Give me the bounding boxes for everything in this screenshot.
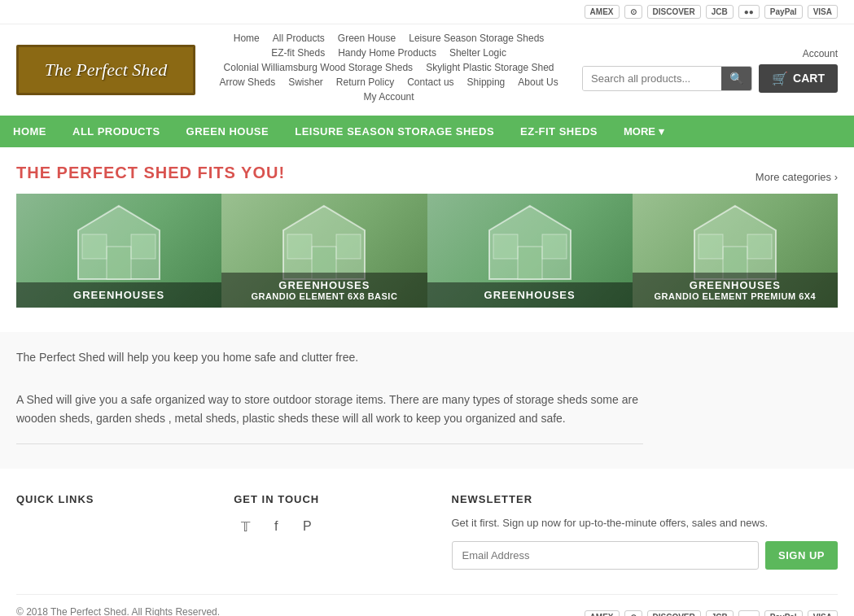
hero-grid: GREENHOUSES GREENHOUSES GRANDIO ELEMENT … [16, 194, 838, 308]
hero-header-row: THE PERFECT SHED FITS YOU! More categori… [16, 164, 838, 194]
greenhouse-svg-2 [242, 202, 406, 283]
hero-card-2-overlay: GREENHOUSES GRANDIO ELEMENT 6X8 BASIC [221, 273, 427, 308]
hero-card-1[interactable]: GREENHOUSES [16, 194, 221, 308]
nav-handy[interactable]: Handy Home Products [338, 47, 436, 59]
main-nav-home[interactable]: HOME [0, 116, 59, 147]
hero-card-4-title: GREENHOUSES [639, 279, 831, 291]
facebook-icon[interactable]: f [265, 515, 287, 538]
account-link[interactable]: Account [803, 48, 838, 59]
logo-box[interactable]: The Perfect Shed [16, 45, 195, 96]
newsletter-form: SIGN UP [452, 541, 839, 570]
more-categories-link[interactable]: More categories › [755, 171, 838, 183]
hero-card-4-overlay: GREENHOUSES GRANDIO ELEMENT PREMIUM 6X4 [633, 273, 838, 308]
footer-bottom: © 2018 The Perfect Shed. All Rights Rese… [16, 594, 838, 616]
footer-cols: QUICK LINKS GET IN TOUCH 𝕋 f P NEWSLETTE… [16, 493, 838, 570]
footer-newsletter: NEWSLETTER Get it first. Sign up now for… [452, 493, 839, 570]
content-section: The Perfect Shed will help you keep you … [0, 332, 854, 469]
pinterest-icon[interactable]: P [296, 515, 318, 538]
hero-card-3-title: GREENHOUSES [434, 289, 626, 301]
nav-skylight[interactable]: Skylight Plastic Storage Shed [426, 62, 554, 73]
footer: QUICK LINKS GET IN TOUCH 𝕋 f P NEWSLETTE… [0, 469, 854, 616]
cart-label: CART [793, 72, 825, 85]
main-nav-allproducts[interactable]: ALL PRODUCTS [59, 116, 173, 147]
hero-title: THE PERFECT SHED FITS YOU! [16, 164, 838, 182]
diners-icon: ⊙ [624, 5, 642, 19]
logo-text: The Perfect Shed [35, 59, 177, 82]
nav-contact[interactable]: Contact us [407, 76, 453, 88]
content-description: A Shed will give you a safe organized wa… [16, 391, 643, 444]
nav-leisure[interactable]: Leisure Season Storage Sheds [409, 33, 544, 44]
svg-rect-3 [131, 234, 155, 259]
nav-myaccount[interactable]: My Account [364, 91, 414, 103]
hero-card-1-overlay: GREENHOUSES [16, 282, 221, 308]
svg-rect-9 [518, 247, 542, 279]
logo-wrap: The Perfect Shed [16, 45, 195, 96]
greenhouse-svg-3 [448, 202, 612, 283]
footer-diners-icon: ⊙ [624, 610, 642, 616]
footer-jcb-icon: JCB [706, 610, 734, 616]
more-label: MORE [624, 125, 655, 138]
footer-get-in-touch: GET IN TOUCH 𝕋 f P [234, 493, 427, 570]
svg-rect-14 [699, 234, 723, 259]
get-in-touch-title: GET IN TOUCH [234, 493, 427, 505]
hero-section: THE PERFECT SHED FITS YOU! More categori… [0, 147, 854, 324]
hero-card-3[interactable]: GREENHOUSES [427, 194, 633, 308]
main-nav-greenhouse[interactable]: GREEN HOUSE [173, 116, 282, 147]
header-right: Account 🔍 🛒 CART [582, 48, 838, 93]
newsletter-text: Get it first. Sign up now for up-to-the-… [452, 515, 839, 531]
social-icons: 𝕋 f P [234, 515, 427, 538]
main-nav-ezfit[interactable]: EZ-FIT SHEDS [507, 116, 611, 147]
payment-bar-top: AMEX ⊙ DISCOVER JCB ●● PayPal VISA [0, 0, 854, 24]
svg-rect-10 [493, 234, 518, 259]
nav-shelter[interactable]: Shelter Logic [449, 47, 506, 59]
jcb-icon: JCB [706, 5, 734, 19]
nav-about[interactable]: About Us [518, 76, 558, 88]
nav-colonial[interactable]: Colonial Williamsburg Wood Storage Sheds [224, 62, 414, 73]
hero-card-2-title: GREENHOUSES [228, 279, 420, 291]
nav-swisher[interactable]: Swisher [288, 76, 323, 88]
paypal-icon: PayPal [764, 5, 803, 19]
nav-ezfit[interactable]: EZ-fit Sheds [271, 47, 325, 59]
nav-all-products[interactable]: All Products [273, 33, 325, 44]
nav-shipping[interactable]: Shipping [467, 76, 506, 88]
content-tagline: The Perfect Shed will help you keep you … [16, 348, 643, 366]
search-cart: 🔍 🛒 CART [582, 64, 838, 93]
signup-button[interactable]: SIGN UP [765, 541, 838, 570]
search-button[interactable]: 🔍 [721, 67, 751, 90]
main-nav-leisure[interactable]: LEISURE SEASON STORAGE SHEDS [282, 116, 507, 147]
main-nav: HOME ALL PRODUCTS GREEN HOUSE LEISURE SE… [0, 116, 854, 147]
footer-paypal-icon: PayPal [764, 610, 803, 616]
hero-card-4-subtitle: GRANDIO ELEMENT PREMIUM 6X4 [639, 291, 831, 301]
nav-green-house[interactable]: Green House [338, 33, 396, 44]
greenhouse-svg-1 [37, 202, 201, 283]
footer-quick-links: QUICK LINKS [16, 493, 209, 570]
footer-discover-icon: DISCOVER [647, 610, 701, 616]
discover-icon: DISCOVER [647, 5, 701, 19]
nav-return[interactable]: Return Policy [336, 76, 394, 88]
email-input[interactable] [452, 541, 760, 570]
search-input[interactable] [583, 67, 721, 90]
nav-links-top: Home All Products Green House Leisure Se… [212, 33, 566, 103]
svg-rect-11 [542, 234, 567, 259]
svg-rect-7 [336, 234, 361, 259]
hero-card-2[interactable]: GREENHOUSES GRANDIO ELEMENT 6X8 BASIC [221, 194, 427, 308]
footer-visa-icon: VISA [808, 610, 838, 616]
hero-card-1-title: GREENHOUSES [23, 289, 215, 301]
cart-icon: 🛒 [772, 71, 788, 86]
svg-rect-6 [287, 234, 312, 259]
nav-arrow[interactable]: Arrow Sheds [219, 76, 275, 88]
svg-rect-2 [82, 234, 107, 259]
svg-rect-1 [107, 247, 131, 279]
search-box: 🔍 [582, 66, 752, 91]
svg-rect-15 [747, 234, 772, 259]
main-nav-more[interactable]: MORE ▾ [611, 116, 677, 147]
hero-card-4[interactable]: GREENHOUSES GRANDIO ELEMENT PREMIUM 6X4 [633, 194, 838, 308]
newsletter-title: NEWSLETTER [452, 493, 839, 505]
visa-icon: VISA [808, 5, 838, 19]
footer-copyright: © 2018 The Perfect Shed. All Rights Rese… [16, 606, 220, 616]
twitter-icon[interactable]: 𝕋 [234, 515, 256, 538]
nav-home[interactable]: Home [234, 33, 260, 44]
quick-links-title: QUICK LINKS [16, 493, 209, 505]
cart-button[interactable]: 🛒 CART [759, 64, 838, 93]
header-nav: Home All Products Green House Leisure Se… [195, 33, 582, 107]
